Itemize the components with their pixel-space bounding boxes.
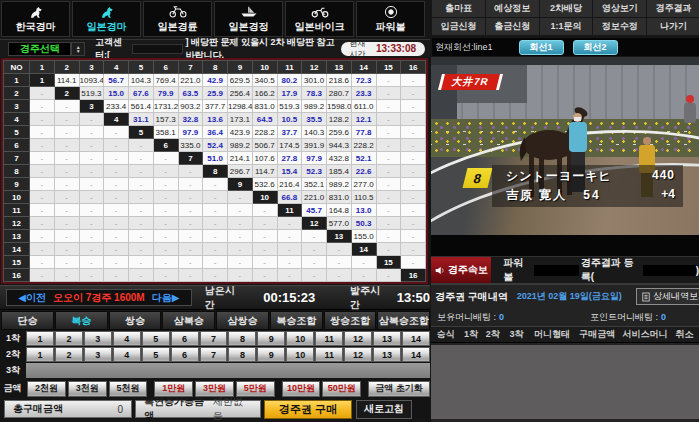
top-menu-button[interactable]: 나가기	[647, 18, 699, 35]
next-race-button[interactable]: 다음▶	[152, 291, 180, 305]
top-menu-button[interactable]: 출마표	[432, 0, 485, 17]
number-button[interactable]: 1	[26, 347, 54, 362]
top-menu-button[interactable]: 예상정보	[486, 0, 539, 17]
odds-col-header: 12	[302, 61, 327, 74]
top-menu-button[interactable]: 경주결과	[647, 0, 699, 17]
odds-cell: 12.1	[351, 113, 376, 126]
number-button[interactable]: 8	[228, 331, 256, 346]
number-button[interactable]: 13	[373, 331, 401, 346]
number-button[interactable]: 4	[113, 331, 141, 346]
top-menu-button[interactable]: 입금신청	[432, 18, 485, 35]
number-button[interactable]: 5	[142, 347, 170, 362]
number-button[interactable]: 3	[84, 331, 112, 346]
odds-corner-header: NO	[4, 61, 30, 74]
sport-tab[interactable]: 일본경륜	[143, 1, 212, 37]
race-select-button[interactable]: 경주선택	[8, 42, 71, 56]
amount-button[interactable]: 5천원	[109, 381, 148, 397]
top-menu-button[interactable]: 정보수정	[593, 18, 646, 35]
detail-view-button[interactable]: 상세내역보기	[636, 288, 699, 305]
bet-type-tab[interactable]: 복승	[55, 311, 108, 330]
top-menu-button[interactable]: 영상보기	[593, 0, 646, 17]
odds-diagonal-cell: 7	[178, 152, 203, 165]
number-button[interactable]: 9	[257, 347, 285, 362]
odds-cell: 164.8	[327, 204, 352, 217]
race-select-stepper[interactable]: ▲▼	[71, 42, 85, 56]
odds-cell: 233.4	[104, 100, 129, 113]
odds-cell: -	[79, 113, 104, 126]
number-button[interactable]: 9	[257, 331, 285, 346]
bet-type-tab[interactable]: 삼복승	[162, 311, 215, 330]
odds-cell: -	[401, 87, 426, 100]
bet-type-tab[interactable]: 복승조합	[270, 311, 323, 330]
amount-button[interactable]: 3천원	[68, 381, 107, 397]
bet-type-tab[interactable]: 쌍승조합	[324, 311, 377, 330]
horse-rider-icon	[99, 5, 115, 19]
sport-tab[interactable]: 일본경정	[214, 1, 283, 37]
top-menu-button[interactable]: 출금신청	[486, 18, 539, 35]
history-column-header: 3착	[504, 328, 530, 341]
number-button[interactable]: 14	[402, 331, 430, 346]
odds-cell: -	[79, 217, 104, 230]
amount-button[interactable]: 금액 초기화	[368, 381, 430, 397]
bet-type-tab[interactable]: 단승	[1, 311, 54, 330]
sport-tab[interactable]: 한국경마	[1, 1, 70, 37]
sport-tab[interactable]: 파워볼	[356, 1, 425, 37]
number-button[interactable]: 4	[113, 347, 141, 362]
odds-cell: -	[104, 152, 129, 165]
number-button[interactable]: 10	[286, 347, 314, 362]
odds-cell: -	[203, 243, 228, 256]
number-button[interactable]: 6	[171, 331, 199, 346]
number-button[interactable]: 13	[373, 347, 401, 362]
number-button[interactable]: 7	[200, 347, 228, 362]
number-button[interactable]: 6	[171, 347, 199, 362]
number-button[interactable]: 2	[55, 347, 83, 362]
odds-cell: 56.7	[104, 74, 129, 87]
odds-cell: 80.2	[277, 74, 302, 87]
amount-button[interactable]: 50만원	[322, 381, 361, 397]
number-button[interactable]: 5	[142, 331, 170, 346]
odds-cell: 519.3	[79, 87, 104, 100]
bet-type-tab[interactable]: 쌍승	[109, 311, 162, 330]
number-button[interactable]: 1	[26, 331, 54, 346]
prev-race-button[interactable]: ◀이전	[18, 291, 46, 305]
odds-cell: 32.8	[178, 113, 203, 126]
top-menu-button[interactable]: 2차배당	[540, 0, 593, 17]
number-button[interactable]: 11	[315, 331, 343, 346]
odds-cell: -	[129, 204, 154, 217]
odds-cell: -	[351, 269, 376, 282]
odds-cell: 358.1	[153, 126, 178, 139]
odds-diagonal-cell: 10	[252, 191, 277, 204]
number-button[interactable]: 11	[315, 347, 343, 362]
refresh-button[interactable]: 새로고침	[356, 400, 412, 419]
bet-type-tab[interactable]: 삼쌍승	[216, 311, 269, 330]
odds-diagonal-cell: 11	[277, 204, 302, 217]
number-button[interactable]: 8	[228, 347, 256, 362]
odds-diagonal-cell: 1	[30, 74, 55, 87]
odds-cell: 1298.4	[228, 100, 253, 113]
amount-button[interactable]: 2천원	[27, 381, 66, 397]
bet-type-tab[interactable]: 삼복승조합	[377, 311, 430, 330]
odds-cell: -	[376, 191, 401, 204]
sport-tab[interactable]: 일본경마	[72, 1, 141, 37]
number-button[interactable]: 2	[55, 331, 83, 346]
number-button[interactable]: 12	[344, 347, 372, 362]
number-button[interactable]: 14	[402, 347, 430, 362]
amount-button[interactable]: 10만원	[282, 381, 321, 397]
number-button[interactable]: 10	[286, 331, 314, 346]
line2-button[interactable]: 회선2	[573, 40, 618, 55]
number-button[interactable]: 7	[200, 331, 228, 346]
odds-cell: -	[178, 178, 203, 191]
odds-cell: 216.4	[277, 178, 302, 191]
top-menu-button[interactable]: 1:1문의	[540, 18, 593, 35]
odds-cell: 104.3	[129, 74, 154, 87]
race-news-button[interactable]: 경주속보	[431, 257, 491, 284]
odds-cell: 10.5	[277, 113, 302, 126]
sport-tab[interactable]: 일본바이크	[285, 1, 354, 37]
race-info-bar: ◀이전 오오이 7경주 1600M 다음▶ 남은시간 00:15:23 발주시간…	[0, 285, 430, 310]
number-button[interactable]: 12	[344, 331, 372, 346]
number-button[interactable]: 3	[84, 347, 112, 362]
odds-cell: 423.9	[228, 126, 253, 139]
buy-ticket-button[interactable]: 경주권 구매	[264, 400, 352, 419]
odds-col-header: 4	[104, 61, 129, 74]
line1-button[interactable]: 회선1	[519, 40, 564, 55]
